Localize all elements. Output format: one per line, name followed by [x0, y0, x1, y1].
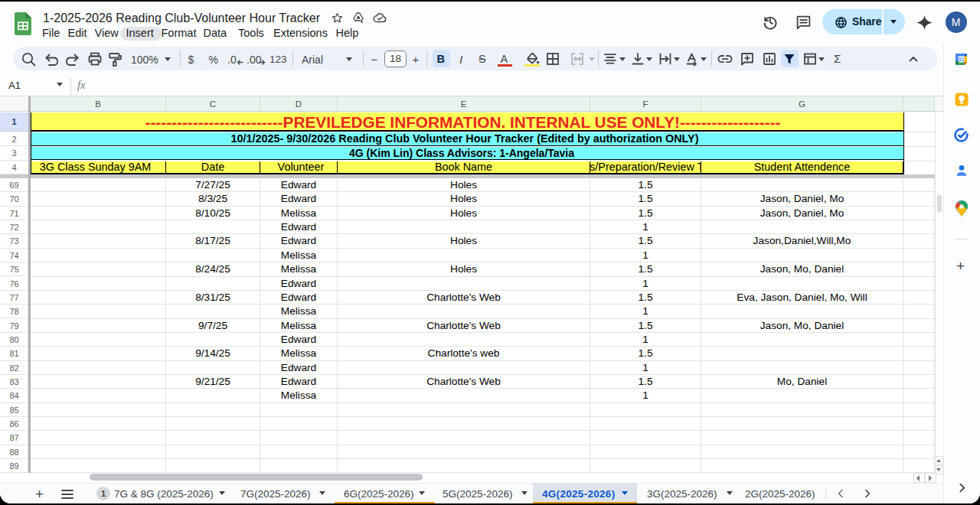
svg-text:31: 31: [959, 57, 965, 62]
